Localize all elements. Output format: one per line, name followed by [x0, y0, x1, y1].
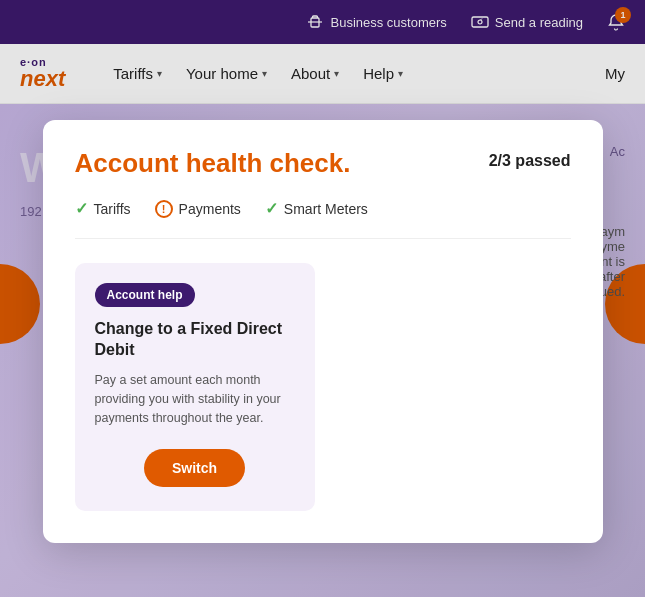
modal-passed: 2/3 passed	[489, 152, 571, 170]
account-health-modal: Account health check. 2/3 passed ✓ Tarif…	[43, 120, 603, 543]
check-items-row: ✓ Tariffs ! Payments ✓ Smart Meters	[75, 199, 571, 239]
check-tariffs-label: Tariffs	[94, 201, 131, 217]
check-passed-icon: ✓	[265, 199, 278, 218]
check-payments-label: Payments	[179, 201, 241, 217]
check-item-tariffs: ✓ Tariffs	[75, 199, 131, 218]
switch-button[interactable]: Switch	[144, 449, 245, 487]
card-tag: Account help	[95, 283, 195, 307]
card-title: Change to a Fixed Direct Debit	[95, 319, 295, 361]
check-passed-icon: ✓	[75, 199, 88, 218]
modal-header: Account health check. 2/3 passed	[75, 148, 571, 179]
check-item-smart-meters: ✓ Smart Meters	[265, 199, 368, 218]
card-description: Pay a set amount each month providing yo…	[95, 371, 295, 429]
check-warning-icon: !	[155, 200, 173, 218]
modal-overlay: Account health check. 2/3 passed ✓ Tarif…	[0, 0, 645, 597]
check-item-payments: ! Payments	[155, 200, 241, 218]
check-smart-meters-label: Smart Meters	[284, 201, 368, 217]
modal-title: Account health check.	[75, 148, 351, 179]
account-help-card: Account help Change to a Fixed Direct De…	[75, 263, 315, 511]
